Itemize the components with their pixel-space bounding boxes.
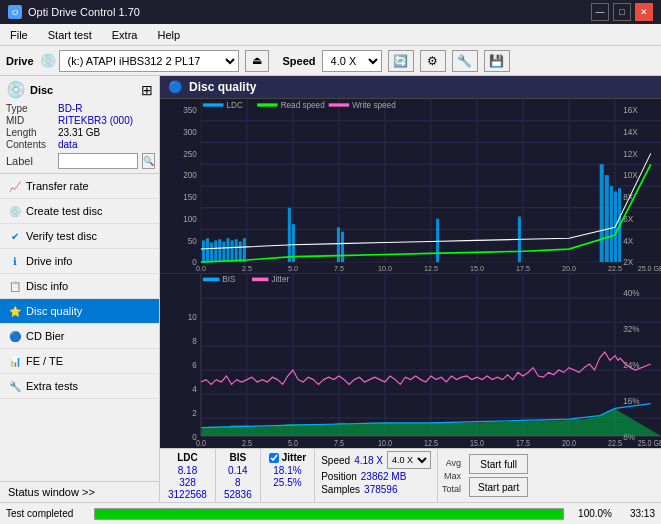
- start-full-button[interactable]: Start full: [469, 454, 528, 474]
- svg-rect-66: [436, 219, 439, 263]
- svg-text:40%: 40%: [623, 287, 639, 298]
- svg-text:7.5: 7.5: [334, 264, 344, 273]
- svg-rect-53: [210, 243, 213, 263]
- jitter-checkbox[interactable]: [269, 453, 279, 463]
- stats-ldc: LDC 8.18 328 3122568: [160, 449, 216, 502]
- content-area: 🔵 Disc quality: [160, 76, 661, 502]
- length-val: 23.31 GB: [58, 127, 100, 138]
- svg-rect-55: [218, 239, 221, 262]
- svg-text:LDC: LDC: [226, 99, 242, 109]
- minimize-button[interactable]: —: [591, 3, 609, 21]
- disc-quality-header: 🔵 Disc quality: [160, 76, 661, 99]
- samples-label: Samples: [321, 484, 360, 495]
- nav-extra-tests[interactable]: 🔧 Extra tests: [0, 374, 159, 399]
- nav-disc-info[interactable]: 📋 Disc info: [0, 274, 159, 299]
- bis-chart-svg: 0 2 4 6 8 10 8% 16% 24% 32% 40%: [160, 274, 661, 448]
- eject-button[interactable]: ⏏: [245, 50, 269, 72]
- position-label: Position: [321, 471, 357, 482]
- svg-text:5.0: 5.0: [288, 264, 298, 273]
- svg-text:12.5: 12.5: [424, 264, 438, 273]
- speed-select-stat[interactable]: 4.0 X: [387, 451, 431, 469]
- svg-text:16%: 16%: [623, 395, 639, 406]
- nav-drive-info[interactable]: ℹ Drive info: [0, 249, 159, 274]
- svg-text:2: 2: [192, 407, 197, 418]
- label-input[interactable]: [58, 153, 138, 169]
- svg-rect-54: [214, 240, 217, 262]
- title-bar: O Opti Drive Control 1.70 — □ ✕: [0, 0, 661, 24]
- max-row-label: Max: [444, 471, 461, 481]
- svg-text:22.5: 22.5: [608, 264, 622, 273]
- type-val: BD-R: [58, 103, 82, 114]
- svg-text:50: 50: [188, 235, 197, 245]
- svg-text:8: 8: [192, 335, 197, 346]
- samples-val: 378596: [364, 484, 397, 495]
- svg-text:7.5: 7.5: [334, 438, 345, 448]
- svg-text:12.5: 12.5: [424, 438, 439, 448]
- svg-rect-64: [337, 227, 340, 262]
- svg-text:100: 100: [183, 214, 197, 224]
- stats-bis-header: BIS: [224, 451, 252, 464]
- menu-start-test[interactable]: Start test: [42, 27, 98, 43]
- sidebar: 💿 Disc ⊞ Type BD-R MID RITEKBR3 (000) Le…: [0, 76, 160, 502]
- nav-disc-quality[interactable]: ⭐ Disc quality: [0, 299, 159, 324]
- bis-chart: 0 2 4 6 8 10 8% 16% 24% 32% 40%: [160, 274, 661, 448]
- svg-rect-69: [605, 175, 609, 262]
- progress-text: 100.0%: [572, 508, 612, 519]
- svg-rect-51: [202, 240, 205, 262]
- total-row-label: Total: [442, 484, 461, 494]
- nav-transfer-rate-label: Transfer rate: [26, 180, 89, 192]
- nav-disc-info-label: Disc info: [26, 280, 68, 292]
- drive-bar: Drive 💿 (k:) ATAPI iHBS312 2 PL17 ⏏ Spee…: [0, 46, 661, 76]
- close-button[interactable]: ✕: [635, 3, 653, 21]
- speed-label-stat: Speed: [321, 455, 350, 466]
- speed-select[interactable]: 4.0 X: [322, 50, 382, 72]
- verify-test-disc-icon: ✔: [8, 229, 22, 243]
- start-part-button[interactable]: Start part: [469, 477, 528, 497]
- refresh-button[interactable]: 🔄: [388, 50, 414, 72]
- svg-text:2.5: 2.5: [242, 264, 252, 273]
- svg-text:22.5: 22.5: [608, 438, 623, 448]
- svg-text:20.0: 20.0: [562, 438, 577, 448]
- options-button[interactable]: 🔧: [452, 50, 478, 72]
- drive-select[interactable]: (k:) ATAPI iHBS312 2 PL17: [59, 50, 239, 72]
- svg-text:250: 250: [183, 148, 197, 158]
- svg-rect-115: [252, 278, 268, 282]
- disc-quality-icon: ⭐: [8, 304, 22, 318]
- charts-container: 0 50 100 150 200 250 300 350 2X 4X 6X: [160, 99, 661, 448]
- maximize-button[interactable]: □: [613, 3, 631, 21]
- svg-rect-65: [341, 232, 344, 262]
- transfer-rate-icon: 📈: [8, 179, 22, 193]
- svg-rect-61: [243, 238, 246, 262]
- mid-val: RITEKBR3 (000): [58, 115, 133, 126]
- nav-transfer-rate[interactable]: 📈 Transfer rate: [0, 174, 159, 199]
- status-window-button[interactable]: Status window >>: [0, 481, 159, 502]
- stats-bar: LDC 8.18 328 3122568 BIS 0.14 8 52836 Ji…: [160, 448, 661, 502]
- nav-verify-test-disc[interactable]: ✔ Verify test disc: [0, 224, 159, 249]
- app-icon: O: [8, 5, 22, 19]
- menu-file[interactable]: File: [4, 27, 34, 43]
- disc-expand-icon[interactable]: ⊞: [141, 82, 153, 98]
- settings-button[interactable]: ⚙: [420, 50, 446, 72]
- svg-text:15.0: 15.0: [470, 438, 485, 448]
- save-button[interactable]: 💾: [484, 50, 510, 72]
- menu-help[interactable]: Help: [151, 27, 186, 43]
- nav-create-test-disc[interactable]: 💿 Create test disc: [0, 199, 159, 224]
- stats-jitter: Jitter 18.1% 25.5%: [261, 449, 315, 502]
- app-title: Opti Drive Control 1.70: [28, 6, 140, 18]
- drive-label: Drive: [6, 55, 34, 67]
- drive-info-icon: ℹ: [8, 254, 22, 268]
- stats-jitter-header: Jitter: [282, 451, 306, 464]
- svg-rect-68: [600, 164, 604, 262]
- stats-bis: BIS 0.14 8 52836: [216, 449, 261, 502]
- label-search-button[interactable]: 🔍: [142, 153, 155, 169]
- svg-text:2.5: 2.5: [242, 438, 253, 448]
- nav-fe-te[interactable]: 📊 FE / TE: [0, 349, 159, 374]
- menu-extra[interactable]: Extra: [106, 27, 144, 43]
- stats-bis-total: 52836: [224, 489, 252, 500]
- stats-jitter-avg: 18.1%: [269, 465, 306, 476]
- stats-buttons: Avg Max Total: [438, 449, 465, 502]
- nav-disc-quality-label: Disc quality: [26, 305, 82, 317]
- svg-text:5.0: 5.0: [288, 438, 299, 448]
- nav-cd-bier[interactable]: 🔵 CD Bier: [0, 324, 159, 349]
- progress-bar: [94, 508, 564, 520]
